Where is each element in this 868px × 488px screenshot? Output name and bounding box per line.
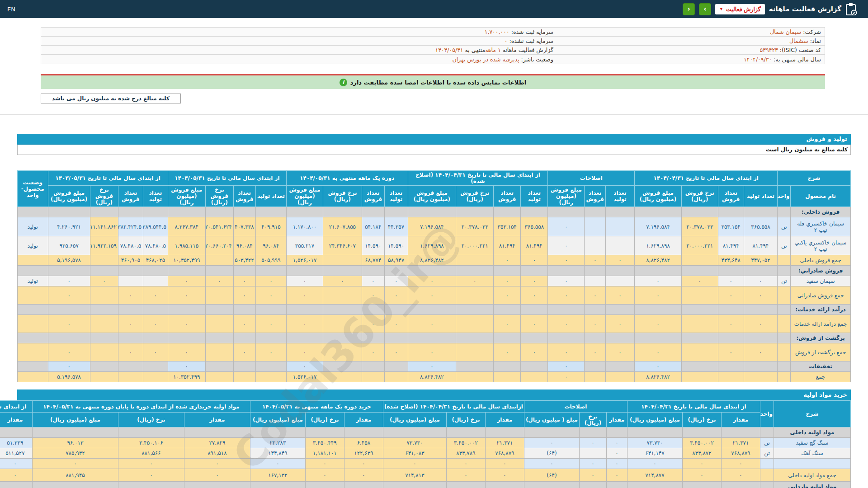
data-cell: ۰ — [233, 286, 255, 305]
data-cell — [0, 482, 32, 488]
data-cell — [323, 333, 362, 343]
data-cell: ۰ — [744, 343, 778, 361]
data-cell — [118, 207, 143, 217]
data-cell: ۰ — [521, 276, 548, 286]
data-cell — [521, 333, 548, 343]
header-sub: مبلغ فروش (میلیون ریال) — [287, 186, 323, 207]
data-cell: ۷,۱۹۶,۵۸۴ — [635, 217, 682, 236]
data-cell: ۶۴۱,۱۴۷ — [627, 448, 682, 459]
data-cell — [205, 343, 233, 361]
data-cell — [585, 276, 606, 286]
header-sub: مبلغ فروش (میلیون ریال) — [635, 186, 682, 207]
data-cell: ۳,۴۵۰,۴۴۹ — [305, 438, 344, 448]
header-group-3: دوره یک ماهه منتهی به ۱۴۰۴/۰۵/۳۱ — [287, 171, 408, 186]
data-cell: ۷۸۵,۹۳۲ — [32, 448, 118, 459]
data-cell: ۶۸,۷۷۴ — [362, 255, 384, 266]
data-cell — [456, 207, 494, 217]
data-cell: ۱,۱۸۱,۱۰۱ — [305, 448, 344, 459]
data-cell — [205, 315, 233, 333]
data-cell: ۲۷,۸۲۹ — [184, 438, 250, 448]
report-type-dropdown[interactable]: گزارش فعالیت ▼ — [715, 4, 765, 14]
data-cell — [90, 333, 118, 343]
data-cell — [48, 333, 90, 343]
data-cell: ۴۰۹,۹۱۵ — [255, 217, 286, 236]
data-cell — [722, 427, 760, 438]
data-cell: ۰ — [408, 315, 456, 333]
data-cell — [384, 305, 408, 315]
data-cell — [323, 315, 362, 333]
data-cell — [635, 266, 682, 276]
data-cell: ۰ — [605, 343, 634, 361]
data-cell: ۴۰۷,۳۳۸ — [233, 217, 255, 236]
data-cell — [494, 266, 521, 276]
data-cell: ۰ — [494, 315, 521, 333]
data-cell — [168, 207, 205, 217]
table-row: تخفیفات۰۰۰۰۰۰ — [18, 361, 851, 372]
million-rial-note-button[interactable]: کلیه مبالغ درج شده به میلیون ریال می باش… — [41, 94, 181, 103]
data-cell: (۶۴) — [524, 448, 579, 459]
data-cell: ۰ — [579, 459, 606, 469]
data-cell — [384, 361, 408, 372]
data-cell: ۱۲۲,۶۳۹ — [344, 448, 383, 459]
data-cell: ۸,۳۶۷,۳۸۴ — [168, 217, 205, 236]
data-cell: ۰ — [143, 343, 168, 361]
data-cell — [255, 333, 286, 343]
data-cell — [118, 305, 143, 315]
data-cell: ۸۱,۴۹۴ — [494, 236, 521, 255]
data-cell: ۰ — [323, 276, 362, 286]
data-cell — [383, 427, 446, 438]
previous-report-button[interactable]: ‹ — [683, 3, 695, 15]
next-report-button[interactable]: › — [699, 3, 711, 15]
table-row: سیمان خاکستري فله تیپ ۲تن۳۶۵,۵۵۸۳۵۳,۱۵۴۲… — [18, 217, 851, 236]
data-cell: ۱,۵۲۶,۰۱۷ — [287, 372, 323, 382]
table-row: جمع برگشت از فروش۰۰۰۰۰۰۰۰۰۰۰۰۰۰۰۰۰۰ — [18, 343, 851, 361]
data-cell — [494, 361, 521, 372]
data-cell — [255, 361, 286, 372]
data-cell: ۰ — [606, 448, 627, 459]
data-cell — [494, 207, 521, 217]
info-row-3-right: سال مالی منتهی به:۱۴۰۴/۰۹/۳۰ — [557, 55, 825, 64]
data-cell: ۰ — [718, 343, 744, 361]
data-cell — [90, 361, 118, 372]
data-cell — [305, 482, 344, 488]
data-cell — [255, 372, 286, 382]
data-cell — [184, 482, 250, 488]
data-cell: ۰ — [362, 286, 384, 305]
signed-info-notice: اطلاعات نمایش داده شده با اطلاعات امضا ش… — [41, 75, 825, 89]
info-row-0-right: شرکت:سیمان شمال — [557, 28, 825, 37]
production-sales-table: شرحاز ابتدای سال مالی تا تاریخ ۱۴۰۴/۰۴/۳… — [17, 170, 851, 382]
data-cell — [90, 305, 118, 315]
data-cell: ۰ — [548, 343, 585, 361]
info-row-2-left: گزارش فعالیت ماهانه ۱ ماههمنتهی به۱۴۰۴/۰… — [41, 46, 557, 55]
data-cell: ۰ — [255, 286, 286, 305]
data-cell: ۹۶,۰۸۴ — [255, 236, 286, 255]
data-cell: ۰ — [718, 286, 744, 305]
data-cell — [323, 372, 362, 382]
data-cell — [744, 305, 778, 315]
data-cell — [456, 315, 494, 333]
row-label: فروش صادراتي: — [791, 266, 851, 276]
table-row: جمع درآمد ارائه خدمات۰۰۰۰۰۰۰۰۰۰۰۰۰۰۰۰۰۰ — [18, 315, 851, 333]
table-row: سیمان خاکستري پاکتي تیپ ۲تن۸۱,۴۹۴۸۱,۴۹۴۲… — [18, 236, 851, 255]
data-cell — [683, 427, 722, 438]
header-sub: تعداد فروش — [718, 186, 744, 207]
header-desc: شرح — [778, 171, 851, 186]
data-cell: ۵,۱۹۶,۵۷۸ — [48, 255, 90, 266]
data-cell — [143, 305, 168, 315]
chevron-down-icon: ▼ — [719, 7, 723, 11]
table-row: درآمد ارائه خدمات: — [18, 305, 851, 315]
data-cell: ۰ — [118, 459, 184, 469]
data-cell — [250, 482, 305, 488]
data-cell — [718, 207, 744, 217]
content-divider — [0, 114, 868, 115]
data-cell — [118, 276, 143, 286]
data-cell: ۰ — [48, 276, 90, 286]
header-sub: مقدار — [184, 413, 250, 427]
data-cell — [585, 266, 606, 276]
language-switch-en[interactable]: EN — [7, 6, 15, 13]
header-sub: تعداد فروش — [233, 186, 255, 207]
data-cell: ۰ — [168, 343, 205, 361]
data-cell: ۰ — [383, 459, 446, 469]
status-cell — [18, 343, 48, 361]
header-sub: مبلغ (میلیون ریال) — [32, 413, 118, 427]
